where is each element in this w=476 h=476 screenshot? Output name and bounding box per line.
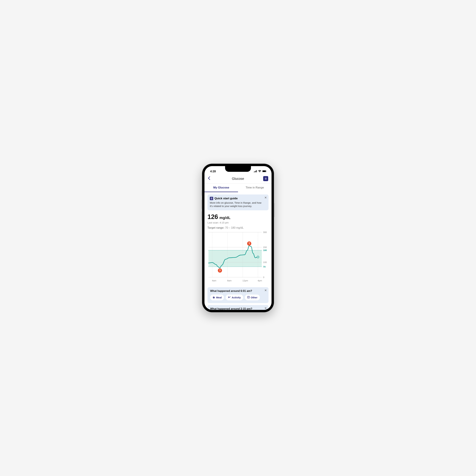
quick-start-body: More info on glucose, Time in Range, and… [210,201,263,208]
close-icon[interactable]: ✕ [264,289,267,292]
svg-rect-20 [208,250,262,267]
quick-start-title: Quick start guide [215,197,238,200]
svg-rect-5 [263,170,266,172]
back-button[interactable] [208,176,213,181]
svg-text:200: 200 [263,246,267,249]
svg-rect-10 [265,178,265,179]
svg-rect-18 [211,199,211,199]
prompt-card-1: ✕ What happened around 6:01 am? Meal Act… [207,287,269,303]
target-range: Target range: 70 – 180 mg/dL [207,226,269,229]
list-icon [210,197,213,200]
svg-text:70: 70 [263,266,266,268]
phone-frame: 4:28 Glucose My Glu [202,164,274,312]
svg-rect-19 [211,199,212,199]
svg-rect-2 [255,171,256,172]
svg-text:4pm: 4pm [258,279,262,282]
svg-rect-3 [256,170,257,172]
reading-unit: mg/dL [220,216,231,220]
wifi-icon [258,170,261,173]
notch [225,166,251,172]
last-scan-label: Last scan: 4:15 pm [207,221,269,224]
svg-text:4am: 4am [212,279,216,282]
svg-text:?: ? [248,242,250,245]
close-icon[interactable]: ✕ [264,306,267,310]
tab-time-in-range[interactable]: Time in Range [238,184,272,192]
status-time: 4:28 [210,170,216,173]
glucose-chart[interactable]: 0100200300180704am8am12pm4pm?? [207,231,269,284]
prompt-title: What happened around 6:01 am? [210,289,263,292]
svg-rect-9 [265,178,267,178]
target-range-label: Target range: [207,226,224,229]
chip-label: Meal [216,296,222,299]
chip-meal[interactable]: Meal [210,294,224,300]
svg-text:180: 180 [263,249,267,252]
side-button-vol-up [202,200,202,209]
battery-icon [262,170,267,173]
close-icon[interactable]: ✕ [264,196,267,200]
side-button-vol-down [202,211,202,221]
chip-other[interactable]: Other [245,294,260,300]
note-icon [247,296,250,299]
reading-value: 126 [207,213,218,220]
svg-rect-11 [265,178,267,179]
content-scroll[interactable]: ✕ Quick start guide More info on glucose… [204,192,272,310]
prompt-card-2: ✕ What happened around 2:15 pm? [207,305,269,310]
prompt-title: What happened around 2:15 pm? [210,307,263,310]
tab-my-glucose[interactable]: My Glucose [204,184,238,192]
side-button-silence [202,190,202,196]
svg-rect-0 [254,172,254,172]
side-button-power [274,203,274,217]
svg-rect-13 [265,179,267,179]
svg-text:0: 0 [263,276,264,278]
app-header: Glucose [204,174,272,184]
tabs: My Glucose Time in Range [204,184,272,192]
svg-rect-14 [211,198,211,198]
svg-rect-15 [211,198,212,198]
svg-rect-1 [255,171,255,172]
page-title: Glucose [232,177,244,181]
svg-point-41 [257,256,259,258]
quick-start-card: ✕ Quick start guide More info on glucose… [207,194,269,210]
svg-text:8am: 8am [227,279,232,282]
svg-text:100: 100 [263,261,267,264]
svg-rect-6 [266,171,267,172]
chip-label: Activity [232,296,241,299]
svg-rect-17 [211,198,212,199]
svg-rect-8 [265,178,265,178]
cellular-icon [254,170,257,173]
svg-rect-12 [265,179,265,179]
activity-icon [228,296,231,299]
current-reading: 126 mg/dL [207,213,269,221]
chip-activity[interactable]: Activity [226,294,243,300]
meal-icon [212,296,215,299]
svg-text:12pm: 12pm [242,279,248,282]
svg-text:300: 300 [263,231,267,234]
phone-screen: 4:28 Glucose My Glu [204,166,272,310]
chip-label: Other [251,296,257,299]
target-range-value: 70 – 180 mg/dL [225,226,244,229]
svg-rect-46 [248,296,250,298]
svg-rect-16 [211,198,211,199]
svg-text:?: ? [219,269,221,272]
menu-button[interactable] [263,176,268,181]
